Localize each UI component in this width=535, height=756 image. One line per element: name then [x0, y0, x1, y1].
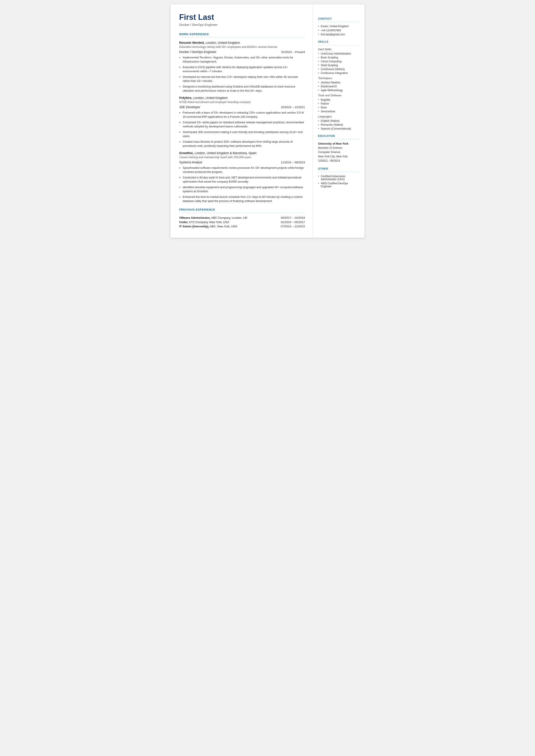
edu-field: Computer Science	[318, 151, 340, 154]
technique-item: Jenkins Pipeline	[318, 81, 359, 84]
job-2-dates: 10/2019 – 12/2021	[281, 106, 305, 109]
bullet-item: Partnered with a team of 33+ developers …	[179, 111, 305, 119]
other-item: Certified Kubernetes Administrator (CKA)	[318, 175, 359, 181]
bullet-item: Executed a CI/CD pipeline with Jenkins f…	[179, 65, 305, 73]
company-1-location: London, United Kingdom	[206, 41, 240, 44]
edu-dates: 10/2011 - 06/2014	[318, 159, 340, 162]
prev-job-1-bold: VMware Administrator,	[179, 216, 211, 219]
company-1-header: Resume Worded, London, United Kingdom	[179, 41, 305, 44]
company-2-desc: NYSE-listed recruitment and employer bra…	[179, 100, 305, 104]
skills-title: SKILLS	[318, 40, 359, 43]
prev-job-3-rest: ABC, New York, USA	[209, 225, 238, 228]
prev-job-2-left: Coder, XYZ Company, New York, USA	[179, 220, 229, 224]
skill-item: Shell Scripting	[318, 64, 359, 67]
education-section: EDUCATION University of New York Bachelo…	[318, 134, 359, 163]
previous-experience-title: PREVIOUS EXPERIENCE	[179, 208, 305, 211]
hard-skills-list: Unix/Linux Administration Bash Scripting…	[318, 52, 359, 74]
skill-item: Bash Scripting	[318, 56, 359, 59]
prev-divider	[179, 213, 305, 213]
resume-container: First Last Docker / DevOps Engineer WORK…	[171, 4, 365, 238]
skills-section: SKILLS Hard Skills: Unix/Linux Administr…	[318, 40, 359, 130]
contact-section: CONTACT Essex, United Kingdom +44 123456…	[318, 17, 359, 36]
other-item: AWS Certified DevOps Engineer	[318, 182, 359, 188]
prev-job-1: VMware Administrator, ABC Company, Londo…	[179, 216, 305, 219]
job-1-row: Docker / DevOps Engineer 01/2022 – Prese…	[179, 50, 305, 54]
skill-item: Continuous Delivery	[318, 68, 359, 71]
skill-item: Unix/Linux Administration	[318, 52, 359, 55]
bullet-item: Overhauled JDE environment making it use…	[179, 130, 305, 138]
tool-item: Bugzilla	[318, 98, 359, 101]
tool-item: Bash	[318, 106, 359, 109]
subtitle-heading: Docker / DevOps Engineer	[179, 23, 305, 26]
edu-school: University of New York	[318, 142, 359, 145]
prev-job-3-left: IT Admin (Internship), ABC, New York, US…	[179, 225, 238, 228]
right-column: CONTACT Essex, United Kingdom +44 123456…	[313, 4, 365, 238]
tool-item: Python	[318, 102, 359, 105]
bullet-item: Developed an internal tool that lets 170…	[179, 75, 305, 83]
language-item: English (Native)	[318, 119, 359, 123]
prev-job-1-rest: ABC Company, London, UK	[211, 216, 247, 219]
edu-location: New York City, New York	[318, 155, 348, 158]
bullet-item: Identified obsolete equipment and progra…	[179, 185, 305, 193]
techniques-list: Jenkins Pipeline Elasticsearch Agile Met…	[318, 81, 359, 92]
language-item: Spanish (Conversational)	[318, 127, 359, 130]
skill-item: Continuous Integration	[318, 71, 359, 74]
edu-details: Bachelor of Science Computer Science New…	[318, 146, 359, 163]
job-3-title: Systems Analyst	[179, 160, 202, 164]
job-2: Polyhire, London, United Kingdom NYSE-li…	[179, 96, 305, 148]
bullet-item: Designed a monitoring dashboard using Gr…	[179, 84, 305, 93]
job-2-bullets: Partnered with a team of 33+ developers …	[179, 111, 305, 148]
work-experience-section: WORK EXPERIENCE Resume Worded, London, U…	[179, 33, 305, 203]
other-title: OTHER	[318, 167, 359, 170]
other-divider	[318, 172, 359, 172]
company-2-name: Polyhire,	[179, 96, 192, 99]
technique-item: Agile Methodology	[318, 89, 359, 92]
contact-title: CONTACT	[318, 17, 359, 20]
prev-job-2: Coder, XYZ Company, New York, USA 01/201…	[179, 220, 305, 224]
job-3-dates: 11/2018 – 09/2019	[281, 161, 305, 164]
name-heading: First Last	[179, 13, 305, 21]
job-1-dates: 01/2022 – Present	[281, 50, 305, 54]
languages-label: Languages:	[318, 115, 359, 118]
company-3-header: Growthsi, London, United Kingdom & Barce…	[179, 151, 305, 155]
education-title: EDUCATION	[318, 134, 359, 137]
bullet-item: Implemented Terraform, Vagrant, Docker, …	[179, 55, 305, 64]
tools-label: Tools and Software:	[318, 94, 359, 97]
techniques-label: Techniques:	[318, 77, 359, 80]
bullet-item: Enhanced the time-to-market launch sched…	[179, 195, 305, 203]
job-3-bullets: Spearheaded software requirements review…	[179, 166, 305, 203]
tool-item: ServiceNow	[318, 110, 359, 113]
job-3-row: Systems Analyst 11/2018 – 09/2019	[179, 160, 305, 164]
contact-list: Essex, United Kingdom +44 1234567890 fir…	[318, 25, 359, 36]
prev-job-3: IT Admin (Internship), ABC, New York, US…	[179, 225, 305, 228]
previous-experience-section: PREVIOUS EXPERIENCE VMware Administrator…	[179, 208, 305, 228]
job-1: Resume Worded, London, United Kingdom Ed…	[179, 41, 305, 93]
prev-job-1-dates: 06/2017 – 10/2018	[281, 216, 305, 219]
bullet-item: Spearheaded software requirements review…	[179, 166, 305, 174]
contact-location: Essex, United Kingdom	[318, 25, 359, 28]
job-2-row: JDE Developer 10/2019 – 12/2021	[179, 105, 305, 109]
work-experience-title: WORK EXPERIENCE	[179, 33, 305, 36]
language-item: Romanian (Native)	[318, 123, 359, 126]
other-section: OTHER Certified Kubernetes Administrator…	[318, 167, 359, 188]
contact-phone: +44 1234567890	[318, 29, 359, 32]
job-3: Growthsi, London, United Kingdom & Barce…	[179, 151, 305, 203]
bullet-item: Composed 23+ white papers on standard so…	[179, 120, 305, 129]
languages-list: English (Native) Romanian (Native) Spani…	[318, 119, 359, 130]
company-3-location: London, United Kingdom & Barcelona, Spai…	[195, 151, 257, 155]
hard-skills-label: Hard Skills:	[318, 48, 359, 51]
company-2-header: Polyhire, London, United Kingdom	[179, 96, 305, 100]
company-2-location: London, United Kingdom	[193, 96, 228, 99]
job-1-title: Docker / DevOps Engineer	[179, 50, 216, 54]
company-3-name: Growthsi,	[179, 151, 194, 155]
prev-job-3-dates: 07/2014 – 12/2015	[281, 225, 305, 228]
company-3-desc: Career training and membership SaaS with…	[179, 155, 305, 159]
other-list: Certified Kubernetes Administrator (CKA)…	[318, 175, 359, 188]
bullet-item: Conducted a 30-day audit of Java and .NE…	[179, 176, 305, 184]
prev-job-2-dates: 01/2016 – 05/2017	[281, 220, 305, 224]
prev-job-2-bold: Coder,	[179, 220, 188, 224]
job-1-bullets: Implemented Terraform, Vagrant, Docker, …	[179, 55, 305, 93]
edu-degree: Bachelor of Science	[318, 146, 342, 149]
prev-job-2-rest: XYZ Company, New York, USA	[188, 220, 229, 224]
left-column: First Last Docker / DevOps Engineer WORK…	[171, 4, 313, 238]
